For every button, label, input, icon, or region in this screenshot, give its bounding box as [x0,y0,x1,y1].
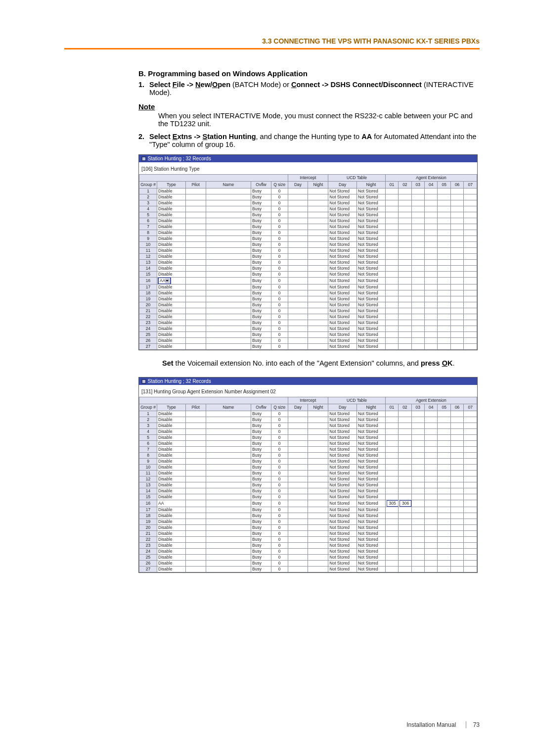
agent-ext-cell[interactable]: 306 [399,500,411,507]
cell[interactable]: Not Stored [356,266,385,272]
agent-ext-cell[interactable] [438,260,450,266]
cell[interactable] [185,278,206,284]
cell[interactable]: Not Stored [356,459,385,465]
cell[interactable]: Not Stored [356,549,385,555]
cell[interactable] [308,476,328,482]
cell[interactable]: Not Stored [356,435,385,441]
agent-ext-cell[interactable] [411,423,424,429]
agent-ext-cell[interactable] [464,224,477,230]
cell[interactable] [308,320,328,326]
cell[interactable] [308,423,328,429]
type-cell[interactable]: Disable [157,320,186,326]
cell[interactable]: 0 [271,525,288,531]
cell[interactable]: Not Stored [328,519,357,525]
agent-ext-cell[interactable] [438,537,450,543]
cell[interactable]: Not Stored [328,531,357,537]
cell[interactable] [288,476,308,482]
agent-ext-cell[interactable] [450,242,463,248]
agent-ext-cell[interactable] [399,194,411,200]
cell[interactable] [206,200,251,206]
cell[interactable] [288,537,308,543]
agent-ext-cell[interactable] [425,476,438,482]
agent-ext-cell[interactable] [411,200,424,206]
type-cell[interactable]: Disable [157,314,186,320]
agent-ext-cell[interactable] [464,537,477,543]
agent-ext-cell[interactable] [411,326,424,332]
cell[interactable]: Not Stored [328,224,357,230]
agent-ext-cell[interactable] [411,543,424,549]
agent-ext-cell[interactable] [438,441,450,447]
agent-ext-cell[interactable] [385,507,398,513]
agent-ext-cell[interactable] [399,435,411,441]
cell[interactable] [185,494,206,500]
agent-ext-cell[interactable] [411,338,424,344]
agent-ext-cell[interactable] [385,561,398,567]
cell[interactable]: Not Stored [328,411,357,417]
cell[interactable]: Not Stored [328,266,357,272]
cell[interactable]: Busy [251,302,271,308]
cell[interactable] [185,447,206,453]
agent-ext-cell[interactable] [399,224,411,230]
agent-ext-cell[interactable] [399,308,411,314]
cell[interactable]: Not Stored [328,326,357,332]
cell[interactable] [206,314,251,320]
cell[interactable] [308,471,328,476]
col-a01[interactable]: 01 [385,404,398,411]
cell[interactable]: Busy [251,543,271,549]
agent-ext-cell[interactable] [438,230,450,236]
cell[interactable] [185,488,206,494]
cell[interactable] [206,320,251,326]
cell[interactable]: 0 [271,278,288,284]
cell[interactable]: Not Stored [356,332,385,338]
cell[interactable] [185,525,206,531]
cell[interactable] [206,507,251,513]
cell[interactable]: 0 [271,411,288,417]
cell[interactable] [185,266,206,272]
cell[interactable]: 0 [271,459,288,465]
cell[interactable] [185,500,206,507]
agent-ext-cell[interactable] [464,230,477,236]
cell[interactable]: Not Stored [328,465,357,471]
cell[interactable] [185,314,206,320]
col-int-day[interactable]: Day [288,182,308,189]
type-cell[interactable]: Disable [157,543,186,549]
cell[interactable]: Busy [251,266,271,272]
cell[interactable]: Not Stored [356,272,385,278]
col-ucd-day[interactable]: Day [328,404,357,411]
cell[interactable] [185,242,206,248]
agent-ext-cell[interactable] [399,206,411,212]
cell[interactable] [288,344,308,350]
cell[interactable] [185,465,206,471]
cell[interactable]: Not Stored [356,200,385,206]
cell[interactable] [206,284,251,290]
cell[interactable]: Not Stored [356,302,385,308]
agent-ext-cell[interactable] [450,561,463,567]
col-type[interactable]: Type [157,404,186,411]
cell[interactable]: Not Stored [356,561,385,567]
agent-ext-cell[interactable] [450,320,463,326]
agent-ext-cell[interactable] [464,447,477,453]
cell[interactable] [288,417,308,423]
agent-ext-cell[interactable] [425,507,438,513]
cell[interactable]: 0 [271,236,288,242]
type-cell[interactable]: Disable [157,531,186,537]
cell[interactable]: 0 [271,200,288,206]
cell[interactable]: Busy [251,453,271,459]
cell[interactable]: 0 [271,447,288,453]
cell[interactable] [288,314,308,320]
cell[interactable] [288,332,308,338]
agent-ext-cell[interactable] [450,531,463,537]
col-a05[interactable]: 05 [438,182,450,189]
cell[interactable] [206,290,251,296]
cell[interactable]: Not Stored [328,543,357,549]
cell[interactable] [308,525,328,531]
col-a03[interactable]: 03 [411,404,424,411]
cell[interactable] [308,194,328,200]
cell[interactable] [185,507,206,513]
agent-ext-cell[interactable] [438,224,450,230]
cell[interactable] [206,531,251,537]
agent-ext-cell[interactable] [438,500,450,507]
col-a02[interactable]: 02 [399,182,411,189]
agent-ext-cell[interactable] [399,417,411,423]
cell[interactable]: 0 [271,242,288,248]
